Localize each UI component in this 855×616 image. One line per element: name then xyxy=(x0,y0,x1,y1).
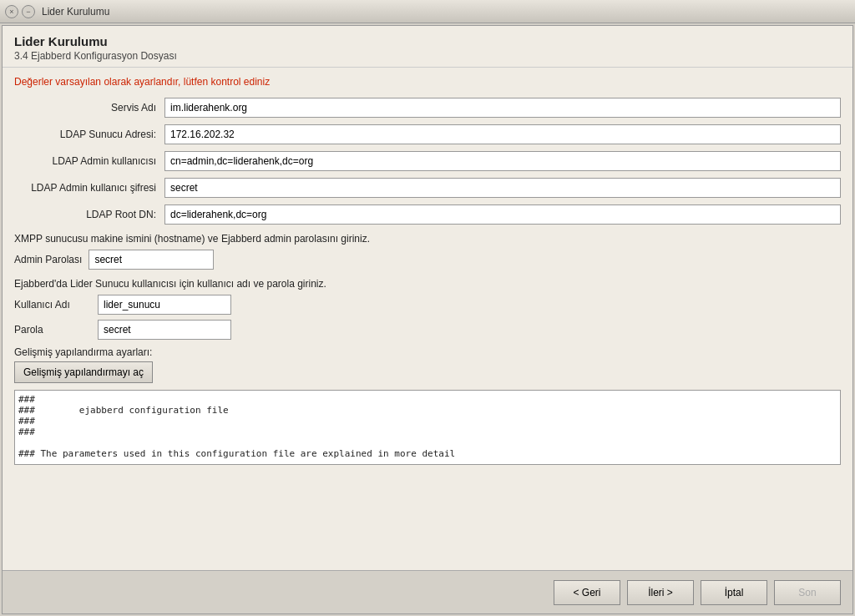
window-subtitle: 3.4 Ejabberd Konfigurasyon Dosyası xyxy=(14,50,841,62)
ldap-admin-kullanici-row: LDAP Admin kullanıcısı xyxy=(14,151,841,171)
kullanici-adi-row: Kullanıcı Adı xyxy=(14,295,841,315)
finish-button[interactable]: Son xyxy=(774,580,841,605)
admin-parola-input[interactable] xyxy=(89,250,214,270)
kullanici-adi-label: Kullanıcı Adı xyxy=(14,299,98,311)
parola-row: Parola xyxy=(14,320,841,340)
next-button[interactable]: İleri > xyxy=(627,580,694,605)
ldap-admin-kullanici-label: LDAP Admin kullanıcısı xyxy=(14,155,164,167)
admin-parola-row: Admin Parolası xyxy=(14,250,841,270)
content-area: Değerler varsayılan olarak ayarlandır, l… xyxy=(3,68,852,570)
main-window: Lider Kurulumu 3.4 Ejabberd Konfigurasyo… xyxy=(2,25,853,614)
parola-input[interactable] xyxy=(98,320,231,340)
config-textarea[interactable] xyxy=(14,390,841,465)
ejabberd-section-text: Ejabberd'da Lider Sunucu kullanıcısı içi… xyxy=(14,278,841,290)
window-header: Lider Kurulumu 3.4 Ejabberd Konfigurasyo… xyxy=(3,26,852,68)
ldap-admin-sifre-row: LDAP Admin kullanıcı şifresi xyxy=(14,178,841,198)
minimize-button[interactable]: − xyxy=(22,5,35,18)
close-button[interactable]: × xyxy=(5,5,18,18)
cancel-button[interactable]: İptal xyxy=(701,580,767,605)
ldap-root-dn-label: LDAP Root DN: xyxy=(14,209,164,220)
kullanici-adi-input[interactable] xyxy=(98,295,231,315)
ldap-admin-sifre-input[interactable] xyxy=(164,178,841,198)
servis-adi-input[interactable] xyxy=(164,98,841,118)
adv-section-label: Gelişmiş yapılandırma ayarları: xyxy=(14,346,841,358)
xmpp-section-text: XMPP sunucusu makine ismini (hostname) v… xyxy=(14,233,841,245)
ldap-root-dn-input[interactable] xyxy=(164,204,841,225)
admin-parola-label: Admin Parolası xyxy=(14,254,82,265)
config-container xyxy=(14,390,841,467)
adv-open-button[interactable]: Gelişmiş yapılandırmayı aç xyxy=(14,361,153,383)
window-title: Lider Kurulumu xyxy=(14,34,841,48)
parola-label: Parola xyxy=(14,324,98,336)
ldap-sunucu-row: LDAP Sunucu Adresi: xyxy=(14,124,841,144)
footer: < Geri İleri > İptal Son xyxy=(3,570,852,613)
servis-adi-label: Servis Adı xyxy=(14,102,164,114)
servis-adi-row: Servis Adı xyxy=(14,98,841,118)
ldap-sunucu-input[interactable] xyxy=(164,124,841,144)
titlebar-buttons: × − xyxy=(5,5,35,18)
ldap-root-dn-row: LDAP Root DN: xyxy=(14,204,841,225)
titlebar-title: Lider Kurulumu xyxy=(42,6,109,18)
ldap-admin-kullanici-input[interactable] xyxy=(164,151,841,171)
warning-text: Değerler varsayılan olarak ayarlandır, l… xyxy=(14,76,841,88)
ldap-sunucu-label: LDAP Sunucu Adresi: xyxy=(14,129,164,140)
ldap-admin-sifre-label: LDAP Admin kullanıcı şifresi xyxy=(14,182,164,194)
titlebar: × − Lider Kurulumu xyxy=(0,0,855,23)
back-button[interactable]: < Geri xyxy=(554,580,620,605)
